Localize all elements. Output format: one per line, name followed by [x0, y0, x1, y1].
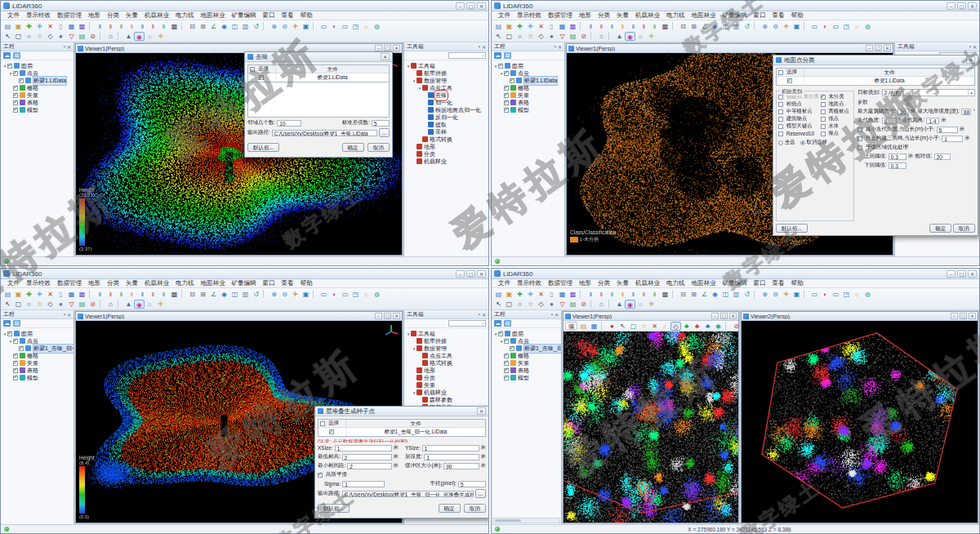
toolbox-search-input[interactable]: ⌕	[448, 320, 486, 327]
monitor-icon[interactable]: ▭	[809, 22, 820, 31]
remove-data-icon[interactable]: ✕	[536, 290, 546, 299]
window-cascade-icon[interactable]: ▥	[240, 22, 251, 31]
menu-item-10[interactable]: 窗口	[260, 11, 278, 20]
menu-item-1[interactable]: 显示特效	[23, 279, 54, 287]
dock-float-icon[interactable]: ▪	[64, 44, 65, 49]
menu-item-2[interactable]: 数据管理	[54, 11, 85, 20]
cancel-button[interactable]: 取消	[464, 504, 486, 513]
dock-float-icon[interactable]: ▪	[479, 312, 480, 317]
menu-item-4[interactable]: 分类	[595, 11, 613, 20]
display-by-blend-icon[interactable]: ‖	[649, 290, 660, 299]
rgb-render-icon[interactable]: ◉	[134, 300, 145, 309]
menu-item-8[interactable]: 地面林业	[198, 11, 229, 20]
full-extent-icon[interactable]: ▣	[301, 290, 311, 299]
monitor-icon[interactable]: ▭	[809, 290, 820, 299]
toolbox-search-input[interactable]: ⌕	[448, 52, 486, 59]
dock-close-icon[interactable]: ✕	[558, 44, 562, 50]
menu-item-11[interactable]: 查看	[769, 11, 788, 20]
tree-checkbox[interactable]	[13, 86, 18, 91]
profile-tool-icon[interactable]: ⊟	[678, 290, 688, 299]
rgb-render-icon[interactable]: ◉	[625, 32, 635, 41]
cancel-button[interactable]: 取消	[368, 143, 390, 152]
menu-item-5[interactable]: 矢量	[122, 11, 141, 20]
display-by-return-icon[interactable]: ‖	[628, 290, 639, 299]
class-checkbox-row[interactable]: 地面点	[821, 100, 852, 108]
title-bar[interactable]: LiDAR360 –▢✕	[492, 269, 979, 279]
reduce-angle-checkbox[interactable]	[858, 127, 862, 132]
minimize-button[interactable]: –	[456, 2, 465, 10]
monitor2-icon[interactable]: ▭	[831, 290, 841, 299]
menu-item-3[interactable]: 地形	[576, 11, 595, 20]
menu-item-3[interactable]: 地形	[85, 11, 104, 20]
dock-close-icon[interactable]: ✕	[555, 312, 559, 318]
dock-close-icon[interactable]: ✕	[67, 44, 71, 50]
rgb-render-icon[interactable]: ◉	[134, 32, 145, 41]
menu-item-0[interactable]: 文件	[495, 279, 514, 287]
dock-close-icon[interactable]: ✕	[973, 44, 977, 50]
menu-item-3[interactable]: 地形	[85, 279, 104, 287]
pick-info-icon[interactable]: ◉	[710, 22, 720, 31]
display-by-class-icon[interactable]: ‖	[607, 22, 617, 31]
display-by-intensity-icon[interactable]: ‖	[596, 22, 607, 31]
tree-checkbox[interactable]	[504, 100, 509, 105]
class-render-icon[interactable]: ▲	[614, 300, 625, 309]
dock-float-icon[interactable]: ▪	[551, 312, 553, 317]
display-by-mix-icon[interactable]: ▩	[169, 22, 180, 31]
remove-data-icon[interactable]: ✕	[45, 22, 56, 31]
cancel-select-icon[interactable]: ⊘	[87, 32, 98, 41]
orbit-icon[interactable]: ↺	[251, 22, 261, 31]
profile-tool-icon[interactable]: ⊟	[187, 22, 198, 31]
remove-data-icon[interactable]: ✕	[536, 22, 546, 31]
class-checkbox-row[interactable]: 建筑物点	[778, 115, 819, 122]
save-select-icon[interactable]: ▤	[568, 300, 578, 309]
menu-item-0[interactable]: 文件	[4, 11, 23, 20]
tree-checkbox[interactable]	[510, 78, 514, 83]
grid-view-icon[interactable]: ◳	[841, 22, 852, 31]
menu-item-1[interactable]: 显示特效	[23, 11, 54, 20]
select-lasso-icon[interactable]: ☆	[34, 32, 45, 41]
viewer-maximize-button[interactable]: ▢	[875, 45, 882, 51]
zoom-out-icon[interactable]: ⊖	[770, 22, 781, 31]
title-bar[interactable]: LiDAR360 –▢✕	[492, 1, 979, 11]
tree-checkbox[interactable]	[504, 93, 509, 98]
settings-icon[interactable]: ☼	[852, 22, 862, 31]
edit-menu[interactable]: 编辑 ▾	[565, 322, 577, 330]
monitor2-icon[interactable]: ▭	[340, 290, 350, 299]
profile-tool-icon[interactable]: ⊟	[678, 22, 688, 31]
open-folder-icon[interactable]: ▤	[504, 52, 511, 59]
settings-icon[interactable]: ☼	[361, 290, 372, 299]
menu-item-8[interactable]: 地面林业	[198, 279, 229, 287]
menu-item-6[interactable]: 机载林业	[632, 279, 663, 287]
file-row[interactable]: 桥梁1_去噪_归一化.LiData	[318, 428, 485, 436]
menu-item-6[interactable]: 机载林业	[632, 11, 663, 20]
brightness-icon[interactable]: ☼	[145, 300, 155, 309]
full-extent-icon[interactable]: ▣	[301, 22, 311, 31]
tree-checkbox[interactable]	[504, 339, 509, 344]
tree-item[interactable]: 格式转换	[405, 136, 488, 143]
polygon-select-icon[interactable]: ◇	[670, 322, 681, 331]
display-by-rgb-icon[interactable]: ‖	[127, 290, 137, 299]
display-by-class-icon[interactable]: ‖	[116, 22, 127, 31]
add-data-icon[interactable]: ✚	[514, 290, 525, 299]
display-by-blend-icon[interactable]: ‖	[158, 22, 169, 31]
title-bar[interactable]: LiDAR360 –▢✕	[1, 269, 488, 279]
menu-item-0[interactable]: 文件	[495, 11, 514, 20]
cross-section-icon[interactable]: ⊞	[198, 290, 208, 299]
close-button[interactable]: ✕	[477, 2, 486, 10]
add-cloud-icon[interactable]: ☁	[3, 52, 11, 59]
window-cascade-icon[interactable]: ▥	[731, 22, 742, 31]
select-all-checkbox[interactable]	[778, 70, 783, 75]
window-cascade-icon[interactable]: ▥	[731, 290, 742, 299]
class-checkbox-row[interactable]: 未分类	[821, 93, 852, 100]
display-by-rgb-icon[interactable]: ‖	[127, 22, 137, 31]
dock-close-icon[interactable]: ✕	[67, 312, 71, 318]
sparkle-icon[interactable]: ✛	[155, 32, 166, 41]
select-all-radio[interactable]: 全选	[778, 139, 795, 146]
profile-edit-icon[interactable]: ⌂	[105, 300, 116, 309]
open-data-icon[interactable]: ▣	[504, 22, 514, 31]
tree-checkbox[interactable]	[504, 354, 509, 358]
window-tile-icon[interactable]: ◫	[229, 22, 240, 31]
display-by-mix-icon[interactable]: ▩	[169, 290, 180, 299]
menu-item-5[interactable]: 矢量	[613, 279, 632, 287]
display-by-return-icon[interactable]: ‖	[137, 22, 148, 31]
